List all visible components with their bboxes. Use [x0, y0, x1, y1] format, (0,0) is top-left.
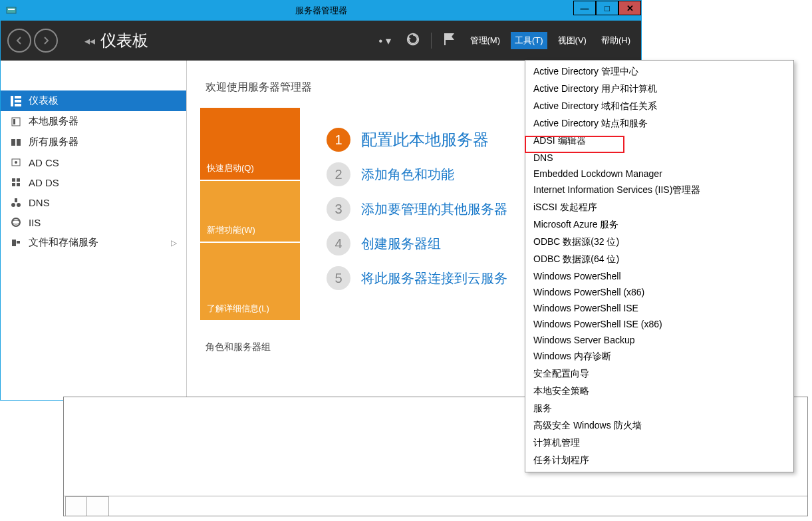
tools-item-powershell-ise-x86[interactable]: Windows PowerShell ISE (x86) [525, 316, 793, 332]
tools-item-odbc64[interactable]: ODBC 数据源(64 位) [525, 251, 793, 268]
tools-item-odbc32[interactable]: ODBC 数据源(32 位) [525, 234, 793, 251]
close-button[interactable]: ✕ [618, 1, 641, 15]
svg-rect-9 [11, 139, 15, 146]
step-text: 添加角色和功能 [361, 166, 454, 184]
tools-item-server-backup[interactable]: Windows Server Backup [525, 332, 793, 348]
svg-rect-13 [12, 178, 15, 182]
background-tab[interactable] [65, 496, 87, 516]
tools-item-powershell[interactable]: Windows PowerShell [525, 268, 793, 284]
nav-buttons [7, 29, 58, 53]
sidebar-item-local[interactable]: 本地服务器 [1, 111, 186, 132]
breadcrumb[interactable]: ◂◂ 仪表板 [84, 30, 148, 51]
window-controls: — □ ✕ [573, 1, 641, 15]
svg-point-20 [12, 218, 20, 226]
flag-icon[interactable] [438, 29, 460, 52]
svg-rect-0 [7, 7, 16, 13]
tools-item-ad-users[interactable]: Active Directory 用户和计算机 [525, 81, 793, 98]
svg-point-17 [11, 203, 15, 207]
maximize-button[interactable]: □ [596, 1, 618, 15]
tools-item-powershell-x86[interactable]: Windows PowerShell (x86) [525, 284, 793, 300]
dns-icon [10, 196, 22, 208]
svg-rect-7 [12, 118, 20, 126]
step-number: 3 [327, 197, 350, 221]
tools-item-embedded-lockdown[interactable]: Embedded Lockdown Manager [525, 166, 793, 182]
tools-item-task-scheduler[interactable]: 任务计划程序 [525, 452, 793, 469]
svg-rect-5 [15, 100, 21, 102]
titlebar[interactable]: 服务器管理器 — □ ✕ [1, 1, 641, 21]
tools-item-powershell-ise[interactable]: Windows PowerShell ISE [525, 300, 793, 316]
tools-dropdown: Active Directory 管理中心 Active Directory 用… [525, 60, 794, 472]
sidebar-item-files[interactable]: 文件和存储服务 ▷ [1, 232, 186, 253]
svg-point-21 [12, 220, 20, 224]
sidebar-item-all[interactable]: 所有服务器 [1, 132, 186, 152]
refresh-icon[interactable] [402, 29, 424, 52]
svg-rect-14 [17, 178, 20, 182]
sidebar-item-label: 文件和存储服务 [29, 236, 98, 249]
sidebar-item-label: 所有服务器 [29, 136, 78, 148]
tile-learnmore[interactable]: 了解详细信息(L) [200, 243, 300, 321]
tools-item-ad-domains[interactable]: Active Directory 域和信任关系 [525, 98, 793, 115]
svg-point-12 [15, 161, 17, 164]
background-tabs [64, 496, 807, 516]
back-button[interactable] [7, 29, 31, 53]
breadcrumb-arrow-icon: ◂◂ [84, 35, 95, 47]
tools-item-iis[interactable]: Internet Information Services (IIS)管理器 [525, 182, 793, 199]
svg-point-18 [17, 203, 21, 207]
toolbar-separator [431, 33, 432, 49]
tools-item-local-security[interactable]: 本地安全策略 [525, 383, 793, 400]
svg-rect-23 [17, 241, 20, 244]
step-number: 2 [327, 162, 350, 186]
menu-manage[interactable]: 管理(M) [466, 32, 505, 49]
svg-rect-8 [13, 119, 15, 124]
forward-button[interactable] [34, 29, 58, 53]
step-text: 配置此本地服务器 [361, 129, 489, 150]
sidebar-item-adcs[interactable]: AD CS [1, 152, 186, 172]
window-title: 服务器管理器 [295, 5, 347, 17]
cert-icon [10, 156, 22, 168]
step-text: 添加要管理的其他服务器 [361, 200, 507, 218]
sidebar-item-iis[interactable]: IIS [1, 212, 186, 232]
toolbar-right: • ▾ 管理(M) 工具(T) 视图(V) 帮助(H) [374, 29, 634, 52]
tools-item-ad-sites[interactable]: Active Directory 站点和服务 [525, 115, 793, 132]
sidebar-item-dns[interactable]: DNS [1, 192, 186, 212]
tools-item-services[interactable]: 服务 [525, 400, 793, 417]
step-number: 5 [327, 266, 350, 290]
tile-whatsnew[interactable]: 新增功能(W) [200, 181, 300, 243]
svg-rect-16 [17, 183, 20, 186]
sidebar-item-label: AD CS [29, 157, 59, 168]
dropdown-arrow-icon[interactable]: • ▾ [374, 32, 394, 50]
server-icon [10, 116, 22, 128]
tools-item-security-config[interactable]: 安全配置向导 [525, 365, 793, 383]
svg-rect-19 [15, 198, 17, 202]
tools-item-ad-admin-center[interactable]: Active Directory 管理中心 [525, 63, 793, 81]
tools-item-iscsi[interactable]: iSCSI 发起程序 [525, 199, 793, 216]
menu-help[interactable]: 帮助(H) [597, 32, 634, 49]
tools-item-computer-mgmt[interactable]: 计算机管理 [525, 434, 793, 452]
sidebar: 仪表板 本地服务器 所有服务器 AD CS AD DS DNS [1, 61, 187, 400]
svg-rect-15 [12, 183, 15, 186]
ad-icon [10, 176, 22, 188]
breadcrumb-label: 仪表板 [100, 30, 148, 51]
sidebar-item-label: AD DS [29, 177, 59, 188]
sidebar-item-label: 仪表板 [29, 94, 59, 107]
tools-item-dns[interactable]: DNS [525, 150, 793, 166]
sidebar-item-adds[interactable]: AD DS [1, 172, 186, 192]
menu-tools[interactable]: 工具(T) [511, 32, 547, 49]
tile-quickstart[interactable]: 快速启动(Q) [200, 108, 300, 181]
toolbar: ◂◂ 仪表板 • ▾ 管理(M) 工具(T) 视图(V) 帮助(H) [1, 21, 641, 61]
svg-rect-1 [8, 9, 15, 10]
step-text: 创建服务器组 [361, 235, 441, 253]
minimize-button[interactable]: — [573, 1, 596, 15]
step-text: 将此服务器连接到云服务 [361, 269, 507, 287]
chevron-right-icon: ▷ [171, 238, 177, 248]
sidebar-item-dashboard[interactable]: 仪表板 [1, 90, 186, 111]
left-tiles: 快速启动(Q) 新增功能(W) 了解详细信息(L) [200, 108, 300, 321]
background-tab[interactable] [86, 496, 108, 516]
storage-icon [10, 237, 22, 249]
tools-item-memory-diag[interactable]: Windows 内存诊断 [525, 348, 793, 365]
tools-item-firewall[interactable]: 高级安全 Windows 防火墙 [525, 417, 793, 434]
tools-item-azure[interactable]: Microsoft Azure 服务 [525, 216, 793, 234]
tools-item-adsi-edit[interactable]: ADSI 编辑器 [525, 132, 793, 150]
menu-view[interactable]: 视图(V) [554, 32, 591, 49]
svg-rect-4 [15, 96, 21, 98]
